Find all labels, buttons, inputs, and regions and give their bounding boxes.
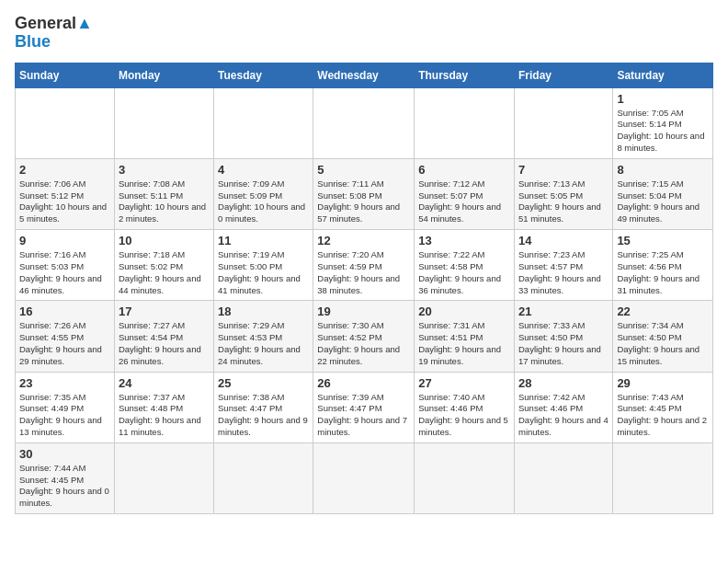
day-number: 16	[19, 304, 110, 318]
day-cell: 26Sunrise: 7:39 AM Sunset: 4:47 PM Dayli…	[313, 372, 415, 442]
week-row-2: 2Sunrise: 7:06 AM Sunset: 5:12 PM Daylig…	[16, 158, 713, 229]
day-number: 19	[317, 304, 410, 318]
day-cell: 1Sunrise: 7:05 AM Sunset: 5:14 PM Daylig…	[613, 87, 713, 158]
day-cell: 14Sunrise: 7:23 AM Sunset: 4:57 PM Dayli…	[514, 230, 612, 301]
day-info: Sunrise: 7:08 AM Sunset: 5:11 PM Dayligh…	[119, 178, 210, 225]
calendar-table: SundayMondayTuesdayWednesdayThursdayFrid…	[15, 63, 713, 515]
day-number: 11	[218, 234, 309, 247]
day-cell: 23Sunrise: 7:35 AM Sunset: 4:49 PM Dayli…	[16, 372, 115, 442]
day-cell: 10Sunrise: 7:18 AM Sunset: 5:02 PM Dayli…	[114, 230, 213, 301]
day-info: Sunrise: 7:05 AM Sunset: 5:14 PM Dayligh…	[617, 108, 709, 155]
day-info: Sunrise: 7:19 AM Sunset: 5:00 PM Dayligh…	[218, 249, 309, 296]
day-number: 2	[19, 163, 110, 177]
day-number: 7	[518, 163, 609, 177]
day-number: 3	[119, 163, 210, 177]
logo: General▲ Blue	[15, 15, 93, 52]
day-info: Sunrise: 7:13 AM Sunset: 5:05 PM Dayligh…	[518, 178, 609, 225]
day-cell: 4Sunrise: 7:09 AM Sunset: 5:09 PM Daylig…	[214, 158, 313, 229]
day-cell: 2Sunrise: 7:06 AM Sunset: 5:12 PM Daylig…	[16, 158, 115, 229]
day-number: 27	[418, 376, 510, 390]
day-info: Sunrise: 7:27 AM Sunset: 4:54 PM Dayligh…	[119, 320, 210, 367]
day-cell: 5Sunrise: 7:11 AM Sunset: 5:08 PM Daylig…	[313, 158, 415, 229]
day-info: Sunrise: 7:16 AM Sunset: 5:03 PM Dayligh…	[19, 249, 110, 296]
day-info: Sunrise: 7:12 AM Sunset: 5:07 PM Dayligh…	[418, 178, 510, 225]
day-info: Sunrise: 7:25 AM Sunset: 4:56 PM Dayligh…	[617, 249, 709, 296]
day-cell	[313, 87, 415, 158]
day-cell: 30Sunrise: 7:44 AM Sunset: 4:45 PM Dayli…	[16, 442, 115, 513]
day-cell	[114, 442, 213, 513]
day-info: Sunrise: 7:29 AM Sunset: 4:53 PM Dayligh…	[218, 320, 309, 367]
day-cell	[313, 442, 415, 513]
day-cell: 3Sunrise: 7:08 AM Sunset: 5:11 PM Daylig…	[114, 158, 213, 229]
day-cell: 24Sunrise: 7:37 AM Sunset: 4:48 PM Dayli…	[114, 372, 213, 442]
day-info: Sunrise: 7:11 AM Sunset: 5:08 PM Dayligh…	[317, 178, 410, 225]
day-number: 25	[218, 376, 309, 390]
day-number: 17	[119, 304, 210, 318]
week-row-3: 9Sunrise: 7:16 AM Sunset: 5:03 PM Daylig…	[16, 230, 713, 301]
day-number: 1	[617, 92, 709, 106]
day-cell	[214, 442, 313, 513]
day-number: 10	[119, 234, 210, 247]
day-number: 28	[518, 376, 609, 390]
day-cell: 9Sunrise: 7:16 AM Sunset: 5:03 PM Daylig…	[16, 230, 115, 301]
day-info: Sunrise: 7:40 AM Sunset: 4:46 PM Dayligh…	[418, 392, 510, 439]
day-cell	[514, 442, 612, 513]
day-cell	[415, 442, 515, 513]
week-row-6: 30Sunrise: 7:44 AM Sunset: 4:45 PM Dayli…	[16, 442, 713, 513]
col-header-saturday: Saturday	[613, 63, 713, 87]
col-header-tuesday: Tuesday	[214, 63, 313, 87]
day-cell: 19Sunrise: 7:30 AM Sunset: 4:52 PM Dayli…	[313, 301, 415, 372]
day-cell	[415, 87, 515, 158]
day-cell: 27Sunrise: 7:40 AM Sunset: 4:46 PM Dayli…	[415, 372, 515, 442]
day-info: Sunrise: 7:06 AM Sunset: 5:12 PM Dayligh…	[19, 178, 110, 225]
day-info: Sunrise: 7:30 AM Sunset: 4:52 PM Dayligh…	[317, 320, 410, 367]
day-info: Sunrise: 7:42 AM Sunset: 4:46 PM Dayligh…	[518, 392, 609, 439]
day-info: Sunrise: 7:31 AM Sunset: 4:51 PM Dayligh…	[418, 320, 510, 367]
col-header-thursday: Thursday	[415, 63, 515, 87]
day-cell: 13Sunrise: 7:22 AM Sunset: 4:58 PM Dayli…	[415, 230, 515, 301]
day-number: 18	[218, 304, 309, 318]
day-number: 20	[418, 304, 510, 318]
day-cell: 15Sunrise: 7:25 AM Sunset: 4:56 PM Dayli…	[613, 230, 713, 301]
day-info: Sunrise: 7:38 AM Sunset: 4:47 PM Dayligh…	[218, 392, 309, 439]
day-cell: 20Sunrise: 7:31 AM Sunset: 4:51 PM Dayli…	[415, 301, 515, 372]
day-cell: 6Sunrise: 7:12 AM Sunset: 5:07 PM Daylig…	[415, 158, 515, 229]
day-number: 22	[617, 304, 709, 318]
day-info: Sunrise: 7:20 AM Sunset: 4:59 PM Dayligh…	[317, 249, 410, 296]
day-info: Sunrise: 7:35 AM Sunset: 4:49 PM Dayligh…	[19, 392, 110, 439]
day-info: Sunrise: 7:33 AM Sunset: 4:50 PM Dayligh…	[518, 320, 609, 367]
day-cell: 16Sunrise: 7:26 AM Sunset: 4:55 PM Dayli…	[16, 301, 115, 372]
day-number: 12	[317, 234, 410, 247]
header: General▲ Blue	[15, 15, 713, 52]
day-cell	[613, 442, 713, 513]
day-cell: 17Sunrise: 7:27 AM Sunset: 4:54 PM Dayli…	[114, 301, 213, 372]
day-cell	[114, 87, 213, 158]
day-info: Sunrise: 7:15 AM Sunset: 5:04 PM Dayligh…	[617, 178, 709, 225]
day-cell: 25Sunrise: 7:38 AM Sunset: 4:47 PM Dayli…	[214, 372, 313, 442]
day-cell	[214, 87, 313, 158]
week-row-4: 16Sunrise: 7:26 AM Sunset: 4:55 PM Dayli…	[16, 301, 713, 372]
day-number: 9	[19, 234, 110, 247]
day-number: 4	[218, 163, 309, 177]
day-info: Sunrise: 7:34 AM Sunset: 4:50 PM Dayligh…	[617, 320, 709, 367]
col-header-sunday: Sunday	[16, 63, 115, 87]
col-header-friday: Friday	[514, 63, 612, 87]
day-cell: 21Sunrise: 7:33 AM Sunset: 4:50 PM Dayli…	[514, 301, 612, 372]
logo-blue: Blue	[15, 33, 93, 52]
week-row-1: 1Sunrise: 7:05 AM Sunset: 5:14 PM Daylig…	[16, 87, 713, 158]
day-number: 30	[19, 447, 110, 461]
day-cell: 28Sunrise: 7:42 AM Sunset: 4:46 PM Dayli…	[514, 372, 612, 442]
logo-container: General▲ Blue	[15, 15, 93, 52]
day-cell: 22Sunrise: 7:34 AM Sunset: 4:50 PM Dayli…	[613, 301, 713, 372]
day-number: 6	[418, 163, 510, 177]
day-number: 23	[19, 376, 110, 390]
day-info: Sunrise: 7:43 AM Sunset: 4:45 PM Dayligh…	[617, 392, 709, 439]
col-header-wednesday: Wednesday	[313, 63, 415, 87]
day-number: 15	[617, 234, 709, 247]
day-info: Sunrise: 7:44 AM Sunset: 4:45 PM Dayligh…	[19, 463, 110, 510]
day-number: 13	[418, 234, 510, 247]
calendar-header-row: SundayMondayTuesdayWednesdayThursdayFrid…	[16, 63, 713, 87]
day-number: 8	[617, 163, 709, 177]
day-cell: 18Sunrise: 7:29 AM Sunset: 4:53 PM Dayli…	[214, 301, 313, 372]
logo-general: General▲	[15, 15, 93, 33]
